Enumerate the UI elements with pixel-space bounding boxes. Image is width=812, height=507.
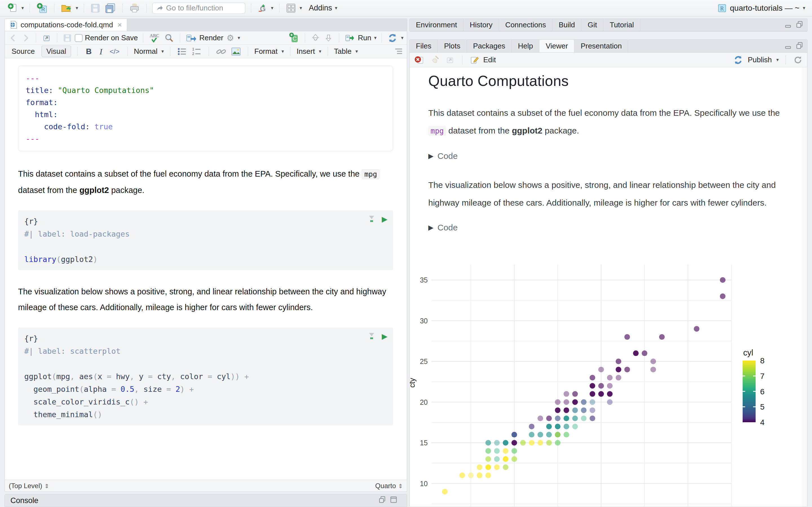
tab-build[interactable]: Build — [552, 19, 581, 31]
goto-file-input[interactable]: Go to file/function — [152, 3, 245, 14]
addins-caret[interactable]: ▾ — [335, 5, 338, 11]
code-fold-button-2[interactable]: ▶ Code — [428, 223, 789, 232]
link-icon[interactable] — [215, 47, 227, 56]
tab-close-icon[interactable]: × — [117, 20, 122, 29]
save-icon[interactable] — [90, 3, 101, 14]
code-button[interactable]: </> — [108, 48, 121, 55]
maximize-icon[interactable] — [796, 21, 803, 29]
addins-menu[interactable]: Addins — [309, 4, 332, 12]
popout-icon[interactable] — [41, 33, 52, 43]
render-settings-gear-icon[interactable]: ⚙ — [225, 32, 235, 44]
legend-tick-label: 4 — [760, 418, 765, 427]
paragraph-style-caret[interactable]: ▾ — [161, 48, 164, 54]
run-icon[interactable] — [344, 33, 356, 43]
document-type-selector[interactable]: Quarto⇕ — [375, 482, 403, 490]
visual-editor-canvas[interactable]: ---title: "Quarto Computations"format: h… — [5, 58, 407, 480]
run-caret[interactable]: ▾ — [374, 35, 377, 41]
new-file-icon[interactable] — [7, 2, 18, 14]
numbered-list-icon[interactable]: 12 — [191, 47, 202, 56]
visual-mode-button[interactable]: Visual — [42, 46, 71, 57]
version-control-caret[interactable]: ▾ — [271, 5, 273, 11]
search-icon[interactable] — [163, 33, 175, 44]
tab-history[interactable]: History — [463, 19, 499, 31]
render-icon[interactable] — [185, 33, 197, 43]
maximize-icon[interactable] — [390, 496, 397, 505]
publish-caret[interactable]: ▾ — [776, 57, 779, 63]
render-label[interactable]: Render — [199, 34, 223, 42]
run-all-above-icon[interactable] — [367, 332, 376, 341]
rerun-caret[interactable]: ▾ — [401, 35, 403, 41]
yaml-block[interactable]: ---title: "Quarto Computations"format: h… — [18, 66, 393, 151]
tab-connections[interactable]: Connections — [499, 19, 553, 31]
run-label[interactable]: Run — [358, 34, 371, 42]
spellcheck-icon[interactable]: ABC — [148, 32, 161, 44]
console-pane-header[interactable]: Console — [4, 494, 407, 507]
viewer-scrollbar[interactable] — [803, 67, 807, 507]
broom-icon[interactable] — [429, 54, 441, 66]
minimize-icon[interactable] — [784, 42, 792, 50]
run-next-chunks-icon[interactable] — [323, 33, 334, 44]
code-chunk-load-packages[interactable]: ▶ {r}#| label: load-packages library(ggp… — [18, 210, 393, 270]
maximize-icon[interactable] — [796, 42, 803, 50]
format-menu[interactable]: Format — [254, 47, 277, 56]
back-icon[interactable] — [8, 33, 18, 43]
forward-icon[interactable] — [20, 33, 31, 43]
minimize-icon[interactable] — [378, 496, 386, 505]
panes-caret[interactable]: ▾ — [300, 5, 302, 11]
paragraph-style-select[interactable]: Normal — [134, 47, 158, 56]
tab-presentation[interactable]: Presentation — [574, 40, 628, 52]
outline-icon[interactable] — [393, 47, 403, 56]
publish-label[interactable]: Publish — [748, 55, 772, 64]
table-caret[interactable]: ▾ — [356, 48, 358, 54]
tab-packages[interactable]: Packages — [467, 40, 512, 52]
edit-label[interactable]: Edit — [483, 55, 496, 64]
render-on-save-checkbox[interactable] — [75, 34, 83, 42]
image-icon[interactable] — [231, 47, 242, 57]
bullet-list-icon[interactable] — [176, 47, 188, 56]
minimize-icon[interactable] — [784, 21, 792, 29]
editor-tab[interactable]: computations-code-fold.qmd × — [5, 18, 127, 31]
insert-chunk-icon[interactable]: C — [288, 32, 300, 44]
open-file-caret[interactable]: ▾ — [76, 5, 79, 11]
editor-paragraph-2[interactable]: The visualization below shows a positive… — [18, 284, 393, 315]
format-caret[interactable]: ▾ — [282, 48, 284, 54]
refresh-icon[interactable] — [793, 55, 803, 65]
save-all-icon[interactable] — [104, 2, 117, 14]
version-control-icon[interactable]: G — [257, 2, 268, 14]
print-icon[interactable] — [128, 2, 141, 14]
viewer-popout-icon[interactable] — [445, 55, 455, 65]
table-menu[interactable]: Table — [334, 47, 352, 56]
tab-environment[interactable]: Environment — [410, 19, 463, 31]
tab-files[interactable]: Files — [410, 40, 438, 52]
open-file-icon[interactable] — [60, 2, 73, 14]
tab-viewer[interactable]: Viewer — [539, 40, 574, 52]
code-fold-button-1[interactable]: ▶ Code — [428, 151, 789, 161]
rerun-icon[interactable] — [387, 33, 398, 44]
tab-git[interactable]: Git — [581, 19, 603, 31]
source-mode-button[interactable]: Source — [8, 46, 38, 57]
tab-help[interactable]: Help — [512, 40, 539, 52]
outline-location-selector[interactable]: (Top Level)⇕ — [9, 482, 49, 490]
save-document-icon[interactable] — [62, 33, 72, 43]
run-all-above-icon[interactable] — [367, 214, 376, 224]
tab-plots[interactable]: Plots — [438, 40, 467, 52]
italic-button[interactable]: I — [97, 47, 105, 56]
bold-button[interactable]: B — [84, 47, 94, 56]
run-previous-chunks-icon[interactable] — [310, 33, 321, 44]
edit-icon[interactable] — [469, 55, 479, 65]
run-chunk-icon[interactable]: ▶ — [382, 215, 388, 224]
new-file-caret[interactable]: ▾ — [21, 5, 24, 11]
code-chunk-scatterplot[interactable]: ▶ {r}#| label: scatterplot ggplot(mpg, a… — [18, 328, 393, 425]
panes-layout-icon[interactable] — [285, 2, 297, 14]
publish-icon[interactable] — [732, 54, 744, 66]
clear-viewer-icon[interactable] — [414, 54, 425, 66]
render-settings-caret[interactable]: ▾ — [238, 35, 240, 41]
new-project-icon[interactable]: R — [36, 2, 49, 15]
insert-menu[interactable]: Insert — [297, 47, 315, 56]
editor-paragraph-1[interactable]: This dataset contains a subset of the fu… — [18, 166, 393, 198]
viewer-content[interactable]: Quarto Computations This dataset contain… — [410, 67, 807, 507]
tab-tutorial[interactable]: Tutorial — [603, 19, 640, 31]
project-menu[interactable]: R quarto-tutorials — ~ ▾ — [717, 3, 805, 13]
run-chunk-icon[interactable]: ▶ — [382, 332, 388, 341]
insert-caret[interactable]: ▾ — [319, 48, 321, 54]
